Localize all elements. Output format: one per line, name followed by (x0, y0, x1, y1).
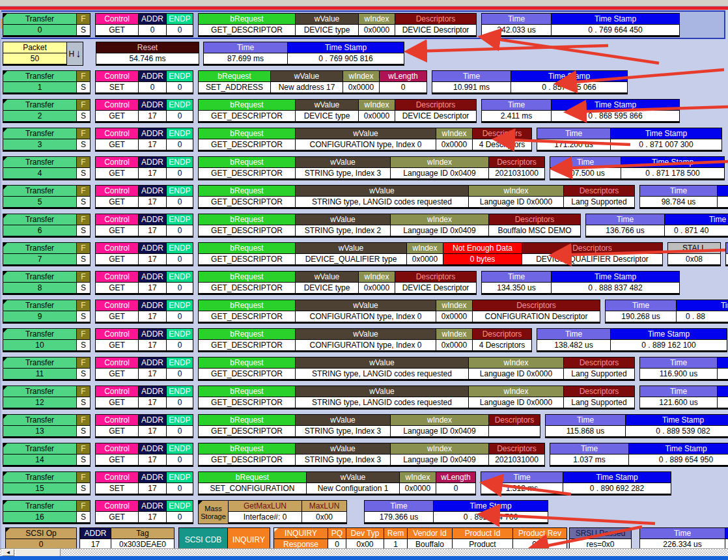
windex-value[interactable]: 0x0000 (359, 283, 395, 293)
transfer-value[interactable]: 3 (3, 139, 76, 150)
addr-header[interactable]: ADDR (139, 415, 166, 425)
brequest-value[interactable]: GET_DESCRIPTOR (199, 254, 295, 264)
f-header[interactable]: F (77, 357, 90, 368)
descriptors-value[interactable]: Lang Supported (564, 197, 634, 207)
endp-value[interactable]: 0 (167, 483, 193, 494)
brequest-header[interactable]: bRequest (199, 300, 295, 311)
f-value[interactable]: S (77, 82, 90, 92)
wvalue-value[interactable]: STRING type, Index 3 (296, 168, 390, 178)
windex-header[interactable]: wIndex (391, 157, 488, 167)
addr-value[interactable]: 17 (139, 455, 166, 465)
brequest-value[interactable]: GET_DESCRIPTOR (199, 225, 295, 236)
transfer-header[interactable]: Transfer (3, 443, 76, 454)
time-stamp-header[interactable]: Time Stamp (511, 71, 627, 81)
addr-header[interactable]: ADDR (139, 157, 166, 167)
descriptors-header[interactable]: Descriptors (564, 357, 634, 368)
transfer-1-row[interactable]: Transfer1FSControlSETADDR0ENDP0bRequestS… (3, 70, 628, 94)
control-value[interactable]: GET (96, 111, 138, 121)
time-value[interactable]: 115.868 us (546, 426, 625, 436)
wvalue-header[interactable]: wValue (271, 71, 343, 81)
wvalue-value[interactable]: STRING type, Index 3 (296, 426, 390, 436)
addr-header[interactable]: ADDR (139, 272, 166, 282)
windex-value[interactable]: Language ID 0x0000 (469, 397, 563, 408)
endp-header[interactable]: ENDP (167, 157, 193, 167)
time-stamp-value[interactable]: 0 . 857 605 066 (511, 82, 627, 92)
brequest-value[interactable]: GET_DESCRIPTOR (199, 455, 295, 465)
wvalue-header[interactable]: wValue (296, 300, 436, 311)
endp-value[interactable]: 0 (167, 512, 193, 522)
control-header[interactable]: Control (96, 472, 138, 483)
endp-header[interactable]: ENDP (167, 443, 193, 454)
endp-header[interactable]: ENDP (167, 357, 193, 368)
transfer-12-row[interactable]: Transfer12FSControlGETADDR17ENDP0bReques… (3, 385, 728, 410)
endp-value[interactable]: 0 (167, 25, 193, 35)
f-header[interactable]: F (77, 300, 90, 311)
transfer-header[interactable]: Transfer (3, 472, 76, 483)
transfer-value[interactable]: 5 (3, 197, 76, 207)
endp-value[interactable]: 0 (167, 283, 193, 293)
f-header[interactable]: F (77, 243, 90, 253)
time-header[interactable]: Time (481, 472, 563, 483)
wlength-header[interactable]: wLength (436, 472, 475, 483)
time-value[interactable]: 242.033 us (482, 25, 551, 35)
brequest-value[interactable]: GET_DESCRIPTOR (199, 426, 295, 436)
time-stamp-value[interactable]: 0 . 88 (677, 311, 728, 322)
transfer-value[interactable]: 0 (3, 25, 76, 35)
f-header[interactable]: F (77, 100, 90, 110)
endp-value[interactable]: 0 (167, 168, 193, 178)
descriptors-header[interactable]: Descriptors (489, 214, 580, 225)
transfer-13-row[interactable]: Transfer13FSControlGETADDR17ENDP0bReques… (3, 414, 728, 438)
windex-value[interactable]: 0x0000 (436, 340, 472, 350)
time-stamp-value[interactable]: 0 . 890 692 282 (563, 483, 671, 494)
descriptors-header[interactable]: Descriptors (564, 186, 634, 196)
time-stamp-header[interactable]: Time Stamp (552, 100, 679, 110)
time-stamp-header[interactable]: Time Stamp (677, 300, 728, 311)
f-value[interactable]: S (77, 197, 90, 207)
endp-value[interactable]: 0 (167, 111, 193, 121)
descriptors-header[interactable]: Descriptors (564, 386, 634, 397)
transfer-value[interactable]: 9 (3, 311, 76, 322)
endp-value[interactable]: 0 (167, 455, 193, 465)
transfer-value[interactable]: 15 (3, 483, 76, 494)
endp-header[interactable]: ENDP (167, 415, 193, 425)
brequest-header[interactable]: bRequest (199, 100, 295, 110)
transfer-15-row[interactable]: Transfer15FSControlSETADDR17ENDP0bReques… (3, 471, 671, 496)
time-value[interactable]: 136.766 us (586, 225, 664, 236)
time-value[interactable]: 116.900 us (640, 369, 717, 379)
windex-header[interactable]: wIndex (359, 14, 395, 24)
windex-value[interactable]: 0x0000 (407, 254, 443, 264)
wvalue-header[interactable]: wValue (296, 272, 358, 282)
product-rev-header[interactable]: Product Rev (513, 528, 567, 539)
time-header[interactable]: Time (640, 186, 717, 196)
windex-value[interactable]: Language ID 0x0409 (391, 426, 488, 436)
descriptors-header[interactable]: Descriptors (395, 100, 476, 110)
f-header[interactable]: F (77, 14, 90, 24)
time-stamp-header[interactable]: Time Stamp (611, 128, 721, 139)
wvalue-value[interactable]: STRING type, LANGID codes requested (296, 397, 468, 408)
control-value[interactable]: GET (96, 426, 138, 436)
addr-value[interactable]: 17 (139, 397, 166, 408)
brequest-header[interactable]: bRequest (199, 443, 295, 454)
wvalue-value[interactable]: CONFIGURATION type, Index 0 (296, 311, 436, 322)
windex-header[interactable]: wIndex (391, 443, 488, 454)
time-stamp-header[interactable]: Time Stamp (621, 157, 724, 167)
transfer-11-row[interactable]: Transfer11FSControlGETADDR17ENDP0bReques… (3, 357, 728, 381)
descriptors-value[interactable]: DEVICE Descriptor (395, 283, 476, 293)
brequest-header[interactable]: bRequest (199, 357, 295, 368)
dev-typ-header[interactable]: Dev Typ (346, 528, 384, 539)
wvalue-value[interactable]: DEVICE type (296, 283, 358, 293)
addr-header[interactable]: ADDR (139, 214, 166, 225)
time-stamp-value[interactable]: 0 . 888 837 482 (552, 283, 679, 293)
time-value[interactable]: 171.200 us (537, 139, 610, 150)
transfer-header[interactable]: Transfer (3, 128, 76, 139)
time-value[interactable]: 10.991 ms (432, 82, 511, 92)
windex-header[interactable]: wIndex (469, 386, 563, 397)
brequest-value[interactable]: SET_CONFIGURATION (199, 483, 306, 494)
control-value[interactable]: GET (96, 455, 138, 465)
wvalue-value[interactable]: CONFIGURATION type, Index 0 (296, 139, 436, 150)
transfer-header[interactable]: Transfer (3, 272, 76, 282)
descriptors-value[interactable]: CONFIGURATION Descriptor (473, 311, 600, 322)
wvalue-header[interactable]: wValue (296, 14, 358, 24)
addr-header[interactable]: ADDR (139, 300, 166, 311)
wvalue-value[interactable]: STRING type, Index 3 (296, 455, 390, 465)
